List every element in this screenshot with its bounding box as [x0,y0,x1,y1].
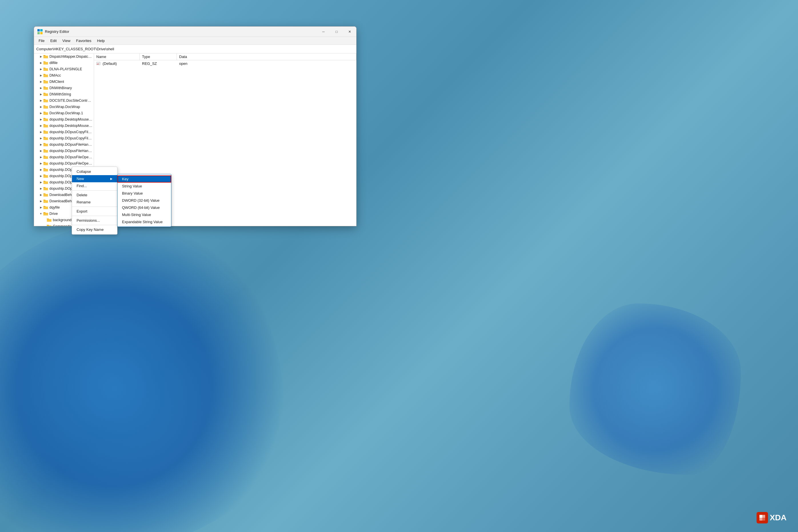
chevron-right-icon: ▶ [39,54,43,59]
submenu-new: Key String Value Binary Value DWORD (32-… [117,174,171,227]
ctx-export[interactable]: Export [72,208,117,215]
folder-icon [43,79,48,84]
chevron-right-icon: ▶ [39,155,43,159]
chevron-right-icon: ▶ [39,92,43,97]
svg-rect-2 [37,32,40,34]
tree-item-dnwithbinary[interactable]: ▶ DNWithBinary [34,85,94,91]
chevron-right-icon: ▶ [39,67,43,72]
tree-label: DocWrap.DocWrap [50,105,80,109]
xda-text: XDA [770,513,786,522]
chevron-right-icon: ▶ [39,161,43,166]
tree-item-dopushlp1[interactable]: ▶ dopushlp.DesktopMouseHo... [34,116,94,122]
submenu-multi-string[interactable]: Multi-String Value [117,211,171,218]
folder-icon [43,98,48,103]
menu-help[interactable]: Help [95,38,107,43]
submenu-key[interactable]: Key [117,175,171,183]
svg-rect-9 [762,518,765,520]
maximize-button[interactable]: □ [330,26,343,37]
tree-item-dllfile[interactable]: ▶ dllfile [34,60,94,66]
chevron-right-icon: ▶ [39,124,43,128]
chevron-right-icon: ▶ [39,117,43,122]
ctx-find[interactable]: Find... [72,182,117,189]
chevron-right-icon: ▶ [39,104,43,109]
chevron-right-icon: ▶ [39,186,43,191]
tree-item-dopushlp8[interactable]: ▶ dopushlp.DOpusFileOperati... [34,160,94,167]
address-input[interactable] [36,47,354,51]
svg-rect-8 [759,518,762,520]
tree-item-docwrap1[interactable]: ▶ DocWrap.DocWrap.1 [34,110,94,116]
tree-label: dopushlp.DOpusFileOperati... [50,162,93,166]
menu-file[interactable]: File [36,38,47,43]
folder-icon [43,111,48,115]
tree-item-docwrap[interactable]: ▶ DocWrap.DocWrap [34,104,94,110]
tree-item-dopushlp6[interactable]: ▶ dopushlp.DOpusFileHandle... [34,148,94,154]
registry-editor-window: Registry Editor ─ □ ✕ File Edit View Fav… [34,26,357,226]
menu-edit[interactable]: Edit [48,38,59,43]
menu-view[interactable]: View [60,38,73,43]
ctx-separator-1 [72,190,117,191]
submenu-expandable-string[interactable]: Expandable String Value [117,218,171,225]
chevron-right-icon: ▶ [39,136,43,140]
folder-icon [43,174,48,178]
tree-item-dopushlp3[interactable]: ▶ dopushlp.DOpusCopyFileEx... [34,129,94,135]
ctx-delete[interactable]: Delete [72,191,117,198]
tree-label: DNWithString [50,92,71,96]
window-title: Registry Editor [45,30,353,34]
tree-item-dmclient[interactable]: ▶ DMClient [34,79,94,85]
tree-item-dispatchmapper[interactable]: ▶ DispatchMapper.DispatchM... [34,53,94,60]
wallpaper-decoration [0,218,286,532]
folder-icon [43,161,48,166]
tree-label: DMAcc [50,73,61,77]
tree-item-dnwithstring[interactable]: ▶ DNWithString [34,91,94,97]
tree-item-dopushlp7[interactable]: ▶ dopushlp.DOpusFileOperati... [34,154,94,160]
tree-label: dopushlp.DOpusFileHandle... [50,149,93,153]
ctx-separator-2 [72,207,117,207]
chevron-right-icon: ▶ [39,205,43,210]
menu-favorites[interactable]: Favorites [74,38,93,43]
svg-rect-1 [40,29,42,32]
tree-item-docsite[interactable]: ▶ DOCSITE.DocSiteControl.1 [34,97,94,104]
tree-item-dopushlp4[interactable]: ▶ dopushlp.DOpusCopyFileEx... [34,135,94,141]
tree-item-dopushlp5[interactable]: ▶ dopushlp.DOpusFileHandle... [34,141,94,148]
ctx-collapse[interactable]: Collapse [72,168,117,175]
chevron-right-icon: ▶ [39,86,43,90]
chevron-right-icon: ▶ [39,180,43,185]
tree-item-dmacc[interactable]: ▶ DMAcc [34,72,94,79]
col-header-data: Data [177,53,356,60]
ctx-permissions[interactable]: Permissions... [72,217,117,224]
wallpaper-decoration-2 [569,303,741,475]
chevron-right-icon: ▶ [39,199,43,204]
folder-icon [43,54,48,59]
submenu-qword-value[interactable]: QWORD (64-bit) Value [117,204,171,211]
ctx-copy-key-name[interactable]: Copy Key Name [72,226,117,233]
folder-icon [43,205,48,210]
ctx-new[interactable]: New ▶ Key String Value Binary Value DWOR… [72,175,117,182]
close-button[interactable]: ✕ [343,26,356,37]
window-controls: ─ □ ✕ [317,26,356,37]
column-headers: Name Type Data [94,53,356,60]
tree-item-dlna[interactable]: ▶ DLNA-PLAYSINGLE [34,66,94,72]
registry-data-row[interactable]: ab (Default) REG_SZ open [94,60,356,66]
submenu-string-value[interactable]: String Value [117,183,171,190]
tree-label: DNWithBinary [50,86,72,90]
chevron-right-icon: ▶ [39,98,43,103]
tree-label: dopushlp.DOpusFileOperati... [50,155,93,159]
chevron-right-icon: ▶ [39,130,43,134]
tree-item-dopushlp2[interactable]: ▶ dopushlp.DesktopMouseHo... [34,122,94,129]
tree-label: dopushlp.DesktopMouseHo... [50,117,93,121]
folder-icon [43,61,48,65]
menu-bar: File Edit View Favorites Help [34,37,356,45]
cell-value: open [177,61,356,66]
col-header-name: Name [94,53,140,60]
ctx-rename[interactable]: Rename [72,198,117,206]
ctx-separator-3 [72,216,117,216]
submenu-dword-value[interactable]: DWORD (32-bit) Value [117,197,171,204]
minimize-button[interactable]: ─ [317,26,330,37]
folder-icon [43,104,48,109]
address-bar [34,45,356,53]
svg-rect-0 [37,29,40,32]
folder-icon [46,218,52,222]
submenu-binary-value[interactable]: Binary Value [117,190,171,197]
cell-type: REG_SZ [140,61,177,66]
tree-label: dopushlp.DOpusCopyFileEx... [50,136,93,140]
